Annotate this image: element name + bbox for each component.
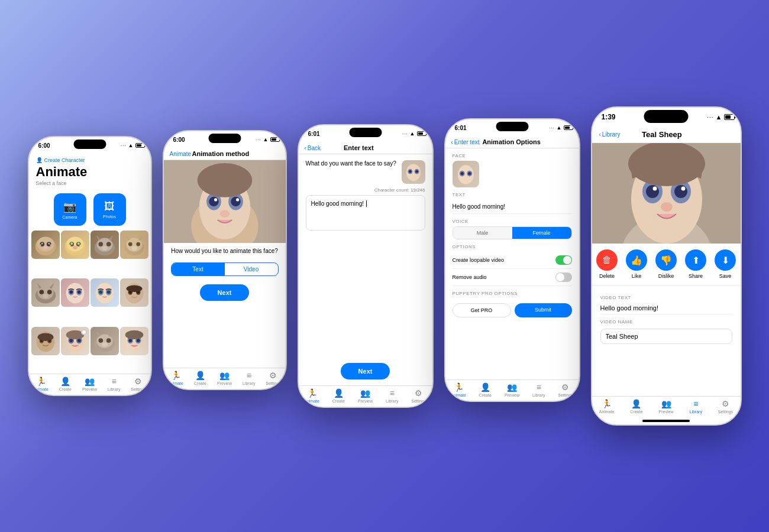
grid-item-man2[interactable]	[31, 327, 60, 355]
svg-point-13	[73, 246, 77, 249]
phone-5-back-btn[interactable]: ‹ Library	[599, 131, 621, 138]
char-count: Character count: 19/246	[299, 187, 432, 193]
loopable-toggle[interactable]	[555, 255, 572, 265]
grid-item-woman2[interactable]	[120, 327, 148, 355]
tab-animate-1[interactable]: 🏃 Animate	[29, 377, 53, 391]
loopable-option: Create loopable video	[453, 252, 572, 269]
tab-animate-5[interactable]: 🏃 Animate	[592, 399, 622, 414]
tab-library-5[interactable]: ≡ Library	[681, 399, 710, 414]
phone-1-dots: ···	[121, 143, 127, 148]
like-action[interactable]: 👍 Like	[626, 249, 647, 279]
grid-item-woman1[interactable]	[61, 327, 89, 355]
tab-preview-4[interactable]: 👥 Preview	[499, 382, 525, 397]
grid-item-cat1[interactable]	[31, 231, 60, 259]
tab-preview-5[interactable]: 👥 Preview	[651, 399, 681, 414]
phone-1: 6:00 ··· ▲ 👤 Create Character	[28, 136, 152, 396]
method-text-btn[interactable]: Text	[172, 263, 225, 275]
svg-point-6	[43, 246, 48, 249]
save-icon-circle: ⬇	[715, 249, 736, 271]
tab-create-3[interactable]: 👤 Create	[325, 388, 352, 403]
phone-3-next-button[interactable]: Next	[341, 363, 390, 379]
tab-library-4[interactable]: ≡ Library	[525, 382, 552, 397]
text-input-area[interactable]: Hello good morning!	[306, 195, 425, 231]
library-icon-2: ≡	[247, 371, 251, 380]
animate-title: Animate	[36, 164, 144, 180]
dislike-icon-circle: 👎	[655, 249, 677, 271]
svg-point-21	[128, 242, 132, 246]
svg-point-28	[43, 294, 49, 299]
phone-4-back[interactable]: ‹ Enter text	[451, 139, 480, 145]
svg-point-98	[661, 202, 673, 212]
phone-3-nav-title: Enter text	[321, 144, 396, 151]
tab-library-2[interactable]: ≡ Library	[237, 371, 261, 385]
grid-item-man1[interactable]	[120, 278, 148, 307]
tab-animate-4[interactable]: 🏃 Animate	[445, 382, 472, 397]
tab-settings-4[interactable]: ⚙ Settings	[552, 382, 579, 397]
phone-5-battery	[724, 114, 735, 120]
phone-3-back[interactable]: ‹ Back	[305, 145, 321, 151]
method-buttons: Text Video	[171, 262, 279, 276]
phone-4-content: FACE TEXT Hello good morning! VOICE Male…	[445, 148, 579, 379]
preview-icon-2: 👥	[219, 371, 230, 380]
tab-library-3[interactable]: ≡ Library	[379, 388, 405, 403]
method-video-btn[interactable]: Video	[225, 263, 278, 275]
settings-icon-1: ⚙	[134, 377, 142, 386]
share-action[interactable]: ⬆ Share	[685, 249, 706, 279]
svg-point-75	[214, 198, 217, 201]
grid-item-cat2[interactable]	[61, 231, 89, 259]
voice-male-btn[interactable]: Male	[453, 227, 512, 239]
video-name-input[interactable]	[600, 329, 732, 344]
phone-3: 6:01 ··· ▲ ‹ Back Enter text What	[298, 124, 434, 408]
phone-2-battery-tip	[280, 138, 281, 141]
tab-create-2[interactable]: 👤 Create	[188, 371, 212, 385]
grid-item-wolf1[interactable]	[91, 231, 119, 259]
animate-icon-5: 🏃	[602, 399, 612, 408]
tab-settings-2[interactable]: ⚙ Settings	[261, 371, 285, 385]
tab-preview-1[interactable]: 👥 Preview	[77, 377, 102, 391]
camera-button[interactable]: 📷 Camera	[54, 193, 86, 226]
phones-container: 6:00 ··· ▲ 👤 Create Character	[16, 95, 754, 437]
phone-3-dots: ···	[402, 131, 408, 137]
tab-settings-1[interactable]: ⚙ Settings	[126, 377, 150, 391]
phone-2-next-button[interactable]: Next	[200, 284, 250, 301]
phone-1-screen: 6:00 ··· ▲ 👤 Create Character	[29, 137, 151, 395]
audio-option: Remove audio	[453, 269, 572, 286]
tab-preview-3[interactable]: 👥 Preview	[352, 388, 379, 403]
phone-3-spacer	[299, 233, 432, 357]
like-icon-circle: 👍	[626, 249, 647, 271]
share-icon-circle: ⬆	[685, 249, 706, 271]
grid-item-wolf3[interactable]	[31, 278, 60, 307]
audio-toggle[interactable]	[555, 273, 572, 282]
submit-button[interactable]: Submit	[515, 303, 572, 317]
tab-create-1[interactable]: 👤 Create	[53, 377, 77, 391]
tab-animate-2[interactable]: 🏃 Animate	[164, 371, 188, 385]
phone-5-portrait	[592, 143, 741, 244]
save-action[interactable]: ⬇ Save	[715, 249, 736, 279]
photos-button[interactable]: 🖼 Photos	[93, 193, 126, 226]
preview-icon-4: 👥	[507, 382, 517, 392]
delete-action[interactable]: 🗑 Delete	[596, 249, 618, 279]
phone-3-question: What do you want the face to say?	[306, 160, 397, 167]
phone-2-back[interactable]: Animate	[170, 151, 192, 157]
grid-item-anime1[interactable]	[61, 278, 89, 307]
tab-settings-5[interactable]: ⚙ Settings	[710, 399, 740, 414]
tab-create-label-3: Create	[332, 399, 345, 403]
tab-settings-3[interactable]: ⚙ Settings	[405, 388, 432, 403]
dislike-action[interactable]: 👎 Dislike	[655, 249, 677, 279]
svg-point-87	[460, 172, 463, 175]
tab-create-5[interactable]: 👤 Create	[622, 399, 651, 414]
voice-female-btn[interactable]: Female	[512, 227, 571, 239]
grid-item-wolf4[interactable]	[91, 327, 119, 355]
phone-4-nav-title: Animation Options	[480, 138, 544, 145]
grid-item-anime2[interactable]	[91, 278, 119, 307]
grid-item-wolf2[interactable]	[120, 231, 148, 259]
phone-5-actions: 🗑 Delete 👍 Like 👎 Dislike ⬆ Share ⬇	[592, 244, 741, 286]
phone-3-tab-bar: 🏃 Animate 👤 Create 👥 Preview ≡ Library ⚙	[299, 385, 432, 407]
create-character-link[interactable]: 👤 Create Character	[36, 157, 144, 163]
get-pro-button[interactable]: Get PRO	[453, 303, 511, 317]
library-icon-5: ≡	[693, 399, 698, 408]
tab-preview-2[interactable]: 👥 Preview	[212, 371, 237, 385]
tab-library-1[interactable]: ≡ Library	[102, 377, 126, 391]
tab-animate-3[interactable]: 🏃 Animate	[299, 388, 325, 403]
tab-create-4[interactable]: 👤 Create	[472, 382, 499, 397]
